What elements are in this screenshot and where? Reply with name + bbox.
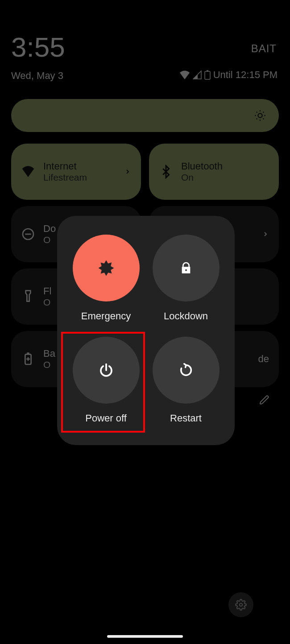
- restart-button[interactable]: Restart: [146, 330, 226, 432]
- battery-until-label: Until 12:15 PM: [213, 69, 278, 81]
- brightness-slider[interactable]: [11, 99, 279, 132]
- wifi-icon: [21, 165, 35, 179]
- restart-icon: [178, 363, 194, 378]
- pencil-icon: [259, 395, 270, 405]
- edit-tiles-button[interactable]: [259, 395, 270, 407]
- clock: 3:55: [11, 33, 279, 61]
- chevron-right-icon: [124, 168, 131, 175]
- lockdown-circle: [153, 235, 220, 301]
- chevron-right-icon: [262, 231, 269, 238]
- power-menu: Emergency Lockdown Power off Restart: [57, 216, 235, 445]
- power-off-label: Power off: [85, 413, 127, 424]
- tile-title: de: [258, 353, 269, 365]
- battery-icon: [204, 70, 211, 80]
- emergency-circle: [73, 235, 140, 301]
- lock-icon: [179, 261, 193, 275]
- svg-point-9: [240, 603, 243, 607]
- tile-title: Ba: [43, 348, 55, 359]
- tile-title: Internet: [43, 161, 87, 172]
- gear-icon: [235, 599, 247, 611]
- dnd-icon: [21, 227, 35, 241]
- battery-saver-icon: [21, 352, 35, 366]
- power-off-circle: [73, 337, 140, 404]
- svg-rect-1: [207, 70, 208, 72]
- tile-subtitle: Lifestream: [43, 172, 87, 183]
- emergency-button[interactable]: Emergency: [66, 227, 146, 330]
- tile-subtitle: On: [181, 172, 223, 183]
- tile-title: Bluetooth: [181, 161, 223, 172]
- settings-button[interactable]: [228, 592, 253, 617]
- brightness-icon: [254, 109, 266, 122]
- carrier-label: BAIT: [251, 42, 277, 55]
- flashlight-icon: [21, 289, 35, 304]
- restart-label: Restart: [170, 413, 202, 424]
- svg-point-2: [258, 113, 262, 117]
- tile-bluetooth[interactable]: Bluetooth On: [149, 144, 279, 200]
- lockdown-label: Lockdown: [164, 310, 208, 322]
- tile-subtitle: O: [43, 235, 56, 245]
- tile-subtitle: O: [43, 297, 51, 308]
- lockdown-button[interactable]: Lockdown: [146, 227, 226, 330]
- power-off-button[interactable]: Power off: [66, 330, 146, 432]
- tile-title: Do: [43, 223, 56, 235]
- restart-circle: [153, 337, 220, 404]
- bluetooth-icon: [159, 165, 173, 179]
- tile-internet[interactable]: Internet Lifestream: [11, 144, 141, 200]
- power-icon: [98, 362, 114, 378]
- wifi-icon: [179, 70, 190, 79]
- signal-icon: [193, 70, 202, 79]
- emergency-icon: [97, 259, 116, 277]
- emergency-label: Emergency: [81, 310, 131, 322]
- tile-subtitle: O: [43, 359, 55, 370]
- status-icons: Until 12:15 PM: [179, 69, 278, 81]
- tile-title: Fl: [43, 285, 51, 297]
- nav-handle[interactable]: [107, 635, 183, 638]
- svg-rect-0: [205, 71, 210, 79]
